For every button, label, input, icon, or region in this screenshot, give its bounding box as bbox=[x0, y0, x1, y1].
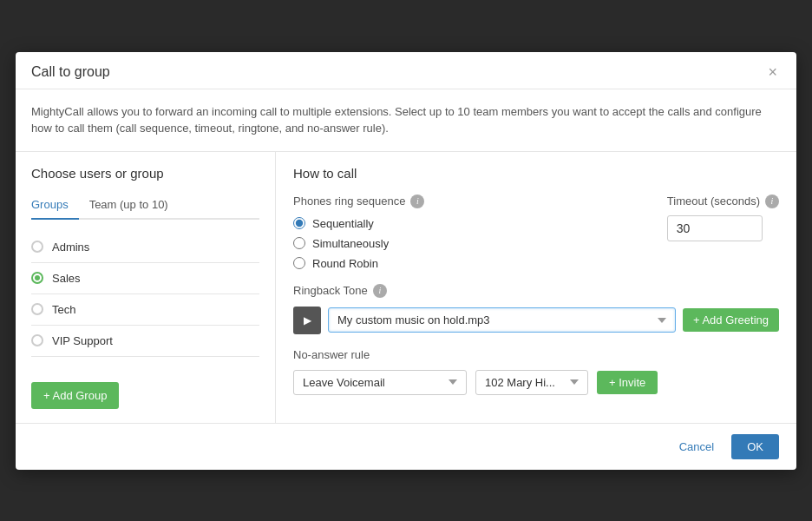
no-answer-row: Leave Voicemail 102 Mary Hi... + Invite bbox=[293, 370, 779, 395]
close-button[interactable]: × bbox=[764, 64, 781, 80]
group-label-sales: Sales bbox=[52, 272, 81, 285]
ring-sequence-section: Phones ring sequence i Sequentially Simu… bbox=[293, 195, 424, 270]
radio-tech[interactable] bbox=[31, 303, 43, 315]
invite-button[interactable]: + Invite bbox=[597, 371, 658, 394]
right-panel-heading: How to call bbox=[293, 166, 779, 181]
tab-groups[interactable]: Groups bbox=[31, 193, 79, 220]
phones-ring-label: Phones ring sequence i bbox=[293, 195, 424, 208]
ok-button[interactable]: OK bbox=[731, 434, 779, 459]
ring-sequence-info-icon[interactable]: i bbox=[410, 195, 424, 208]
group-label-tech: Tech bbox=[52, 303, 75, 316]
add-greeting-button[interactable]: + Add Greeting bbox=[683, 308, 779, 332]
cancel-button[interactable]: Cancel bbox=[671, 435, 723, 458]
timeout-label: Timeout (seconds) i bbox=[667, 195, 779, 208]
left-panel-heading: Choose users or group bbox=[31, 166, 259, 181]
list-item[interactable]: Tech bbox=[31, 294, 259, 326]
list-item[interactable]: Admins bbox=[31, 232, 259, 263]
no-answer-select[interactable]: Leave Voicemail bbox=[293, 370, 467, 395]
radio-round-robin[interactable] bbox=[293, 257, 305, 269]
add-group-button[interactable]: + Add Group bbox=[31, 382, 119, 409]
ringback-label: Ringback Tone i bbox=[293, 284, 779, 298]
no-answer-label: No-answer rule bbox=[293, 348, 779, 361]
radio-vip[interactable] bbox=[31, 334, 43, 346]
timeout-info-icon[interactable]: i bbox=[765, 195, 779, 208]
group-list: Admins Sales Tech VIP Support bbox=[31, 232, 259, 370]
tabs-nav: Groups Team (up to 10) bbox=[31, 193, 259, 220]
right-panel: How to call Phones ring sequence i Seque… bbox=[276, 152, 796, 423]
option-sequentially[interactable]: Sequentially bbox=[293, 217, 424, 230]
modal-title: Call to group bbox=[31, 64, 110, 80]
timeout-input[interactable] bbox=[667, 215, 763, 241]
list-item[interactable]: VIP Support bbox=[31, 326, 259, 357]
group-label-vip: VIP Support bbox=[52, 334, 113, 347]
radio-simultaneously[interactable] bbox=[293, 237, 305, 249]
ring-sequence-row: Phones ring sequence i Sequentially Simu… bbox=[293, 195, 779, 270]
radio-admins[interactable] bbox=[31, 241, 43, 253]
group-label-admins: Admins bbox=[52, 241, 89, 254]
voicemail-select[interactable]: 102 Mary Hi... bbox=[475, 370, 588, 395]
radio-options: Sequentially Simultaneously Round Robin bbox=[293, 217, 424, 270]
timeout-group: Timeout (seconds) i bbox=[667, 195, 779, 241]
ringback-info-icon[interactable]: i bbox=[373, 284, 387, 298]
ringtone-section: Ringback Tone i ▶ My custom music on hol… bbox=[293, 284, 779, 334]
modal-description: MightyCall allows you to forward an inco… bbox=[16, 89, 796, 152]
tab-team[interactable]: Team (up to 10) bbox=[89, 193, 179, 220]
play-button[interactable]: ▶ bbox=[293, 307, 321, 334]
radio-sales[interactable] bbox=[31, 272, 43, 284]
option-simultaneously[interactable]: Simultaneously bbox=[293, 237, 424, 250]
no-answer-section: No-answer rule Leave Voicemail 102 Mary … bbox=[293, 348, 779, 395]
modal-footer: Cancel OK bbox=[16, 423, 796, 470]
modal-overlay: Call to group × MightyCall allows you to… bbox=[0, 0, 812, 521]
ringtone-row: ▶ My custom music on hold.mp3 + Add Gree… bbox=[293, 307, 779, 334]
radio-sequentially[interactable] bbox=[293, 217, 305, 229]
modal-dialog: Call to group × MightyCall allows you to… bbox=[16, 52, 796, 470]
modal-header: Call to group × bbox=[16, 52, 796, 89]
option-round-robin[interactable]: Round Robin bbox=[293, 257, 424, 270]
list-item[interactable]: Sales bbox=[31, 263, 259, 294]
ringback-select[interactable]: My custom music on hold.mp3 bbox=[328, 307, 676, 333]
left-panel: Choose users or group Groups Team (up to… bbox=[16, 152, 276, 423]
modal-body: Choose users or group Groups Team (up to… bbox=[16, 152, 796, 423]
